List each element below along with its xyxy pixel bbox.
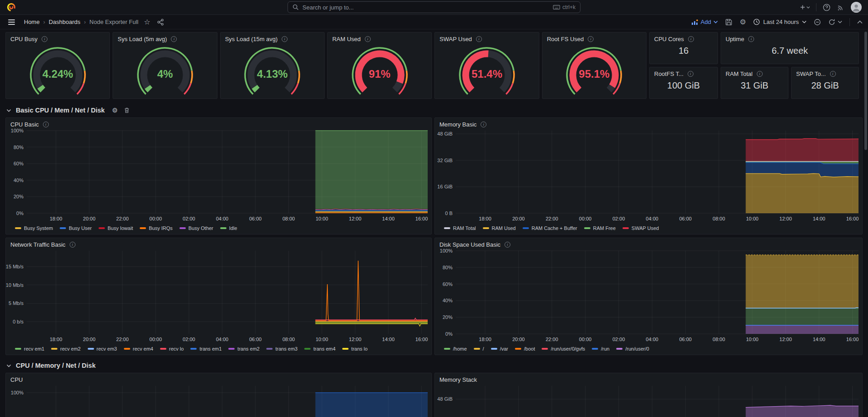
info-icon[interactable]: i — [688, 71, 693, 77]
svg-text:80%: 80% — [14, 145, 24, 150]
svg-text:12:00: 12:00 — [779, 216, 792, 221]
grafana-logo[interactable] — [6, 2, 16, 12]
help-icon[interactable] — [823, 4, 830, 11]
svg-text:10:00: 10:00 — [746, 337, 759, 342]
legend-item[interactable]: Busy Iowait — [99, 225, 133, 231]
info-icon[interactable]: i — [830, 71, 836, 77]
legend-item[interactable]: recv em2 — [51, 346, 80, 351]
info-icon[interactable]: i — [748, 36, 754, 42]
legend-item[interactable]: trans em4 — [304, 346, 335, 351]
svg-text:10:00: 10:00 — [746, 216, 759, 221]
scrollbar[interactable] — [864, 32, 867, 150]
svg-text:14:00: 14:00 — [382, 216, 395, 221]
row-settings-icon[interactable]: ⚙ — [112, 107, 118, 114]
legend-item[interactable]: RAM Free — [584, 225, 616, 231]
disk-basic-chart[interactable]: 18:0020:0022:0000:0002:0004:0006:0008:00… — [435, 248, 862, 344]
panel-title: Sys Load (15m avg) — [225, 36, 278, 42]
network-basic-chart[interactable]: 18:0020:0022:0000:0002:0004:0006:0008:00… — [6, 248, 431, 344]
search-placeholder: Search or jump to... — [302, 4, 549, 11]
refresh-icon[interactable] — [828, 19, 842, 26]
panel-title: Sys Load (5m avg) — [118, 36, 167, 42]
memory-basic-chart[interactable]: 18:0020:0022:0000:0002:0004:0006:0008:00… — [435, 128, 862, 223]
info-icon[interactable]: i — [42, 36, 47, 42]
panel-sys-load-5m: Sys Load (5m avg)i 4% — [113, 32, 217, 99]
info-icon[interactable]: i — [481, 122, 486, 127]
info-icon[interactable]: i — [365, 36, 371, 42]
svg-text:08:00: 08:00 — [283, 337, 295, 342]
panel-swap-total: SWAP To...i 28 GiB — [791, 67, 859, 99]
info-icon[interactable]: i — [588, 36, 594, 42]
row-header-basic[interactable]: Basic CPU / Mem / Net / Disk ⚙ — [5, 103, 863, 117]
add-button[interactable]: Add — [691, 19, 718, 25]
legend-item[interactable]: /run — [592, 346, 609, 351]
legend-item[interactable]: recv em3 — [88, 346, 117, 351]
info-icon[interactable]: i — [476, 36, 482, 42]
legend-item[interactable]: /var — [491, 346, 508, 351]
row-header-cpu-memory[interactable]: CPU / Memory / Net / Disk — [5, 358, 863, 373]
new-dashboard-button[interactable] — [800, 4, 810, 10]
legend-item[interactable]: trans em2 — [228, 346, 259, 351]
legend-item[interactable]: /boot — [515, 346, 535, 351]
dashboard-settings-icon[interactable]: ⚙ — [740, 18, 746, 26]
news-icon[interactable] — [837, 4, 844, 11]
save-dashboard-icon[interactable] — [725, 19, 732, 26]
legend-item[interactable]: trans em3 — [266, 346, 297, 351]
menu-toggle-icon[interactable] — [5, 18, 18, 27]
legend-item[interactable]: Busy User — [60, 225, 92, 231]
divider — [849, 18, 850, 26]
info-icon[interactable]: i — [171, 36, 177, 42]
legend-item[interactable]: /run/user/0 — [616, 346, 649, 351]
legend-item[interactable]: trans em1 — [190, 346, 222, 351]
svg-text:18:00: 18:00 — [479, 337, 491, 342]
collapse-toolbar-icon[interactable] — [857, 20, 863, 24]
legend-item[interactable]: SWAP Used — [623, 225, 659, 231]
memory-stack-chart[interactable]: 18:0020:0022:0000:0002:0004:0006:0008:00… — [435, 383, 862, 417]
svg-text:08:00: 08:00 — [712, 337, 725, 342]
legend-item[interactable]: Busy Other — [179, 225, 213, 231]
legend-item[interactable]: /run/user/0/gvfs — [542, 346, 585, 351]
share-icon[interactable] — [157, 19, 164, 26]
stat-value: 16 — [650, 46, 717, 56]
svg-text:00:00: 00:00 — [579, 337, 592, 342]
breadcrumb-dashboards[interactable]: Dashboards — [49, 19, 80, 25]
legend-item[interactable]: trans lo — [342, 346, 368, 351]
legend-item[interactable]: RAM Total — [444, 225, 476, 231]
info-icon[interactable]: i — [70, 242, 75, 248]
legend-item[interactable]: Busy IRQs — [140, 225, 173, 231]
chevron-down-icon — [6, 109, 11, 112]
panel-title: SWAP Used — [439, 36, 472, 42]
legend-item[interactable]: /home — [444, 346, 467, 351]
chevron-right-icon: › — [84, 19, 86, 25]
cpu-basic-chart[interactable]: 18:0020:0022:0000:0002:0004:0006:0008:00… — [6, 128, 431, 223]
legend-item[interactable]: Busy System — [15, 225, 53, 231]
legend-item[interactable]: recv em4 — [124, 346, 153, 351]
search-input[interactable]: Search or jump to... ctrl+k — [288, 1, 580, 13]
legend-item[interactable]: recv lo — [160, 346, 184, 351]
svg-text:12:00: 12:00 — [349, 337, 362, 342]
info-icon[interactable]: i — [282, 36, 288, 42]
svg-text:02:00: 02:00 — [183, 216, 195, 221]
legend-item[interactable]: recv em1 — [15, 346, 44, 351]
info-icon[interactable]: i — [43, 122, 49, 127]
time-range-picker[interactable]: Last 24 hours — [753, 19, 807, 25]
row-delete-icon[interactable] — [124, 107, 130, 113]
user-avatar[interactable] — [851, 2, 862, 13]
legend-item[interactable]: RAM Cache + Buffer — [523, 225, 577, 231]
zoom-out-time-icon[interactable] — [814, 19, 821, 26]
info-icon[interactable]: i — [505, 242, 510, 248]
legend-item[interactable]: RAM Used — [483, 225, 516, 231]
gauge-value: 4.24% — [6, 68, 109, 80]
svg-text:100%: 100% — [11, 390, 24, 395]
gauge-row: CPU Busyi 4.24% Sys Load (5m avg)i 4% Sy… — [5, 32, 646, 99]
info-icon[interactable]: i — [688, 36, 694, 42]
cpu-full-chart[interactable]: 18:0020:0022:0000:0002:0004:0006:0008:00… — [6, 383, 431, 417]
svg-text:14:00: 14:00 — [382, 337, 395, 342]
legend-item[interactable]: / — [474, 346, 484, 351]
star-icon[interactable]: ☆ — [144, 18, 150, 26]
info-icon[interactable]: i — [757, 71, 763, 77]
svg-text:10:00: 10:00 — [316, 216, 328, 221]
legend-item[interactable]: Idle — [220, 225, 237, 231]
panel-cpu-busy: CPU Busyi 4.24% — [5, 32, 110, 99]
svg-text:12:00: 12:00 — [349, 216, 362, 221]
breadcrumb-home[interactable]: Home — [24, 19, 40, 25]
